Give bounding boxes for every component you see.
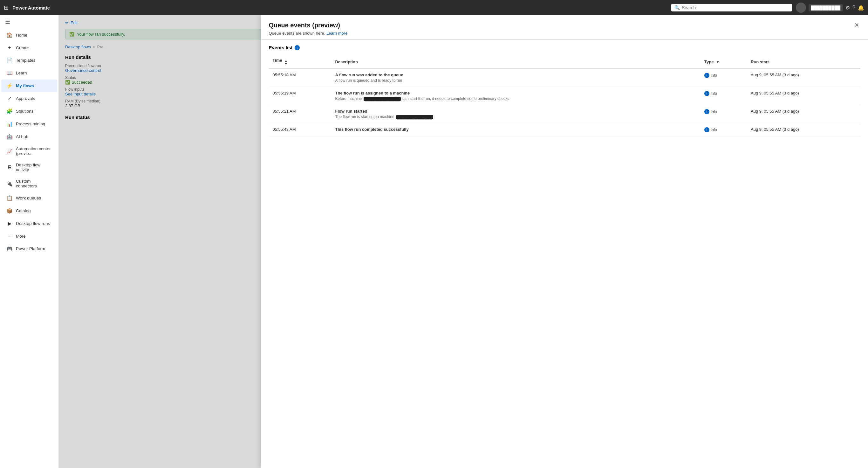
- sidebar-label-work-queues: Work queues: [16, 196, 41, 200]
- sidebar: ☰ 🏠 Home + Create 📄 Templates 📖 Learn ⚡ …: [0, 15, 59, 468]
- sidebar-label-approvals: Approvals: [16, 96, 35, 101]
- sidebar-label-templates: Templates: [16, 58, 36, 63]
- col-time[interactable]: Time ▲▼: [269, 55, 332, 68]
- sidebar-icon-create: +: [6, 45, 13, 51]
- event-type: i Info: [701, 105, 747, 123]
- event-type: i Info: [701, 68, 747, 87]
- sidebar-icon-approvals: ✓: [6, 95, 13, 101]
- event-time: 05:55:18 AM: [269, 68, 332, 87]
- event-run-start: Aug 9, 05:55 AM (3 d ago): [747, 105, 860, 123]
- question-icon[interactable]: ?: [852, 5, 855, 10]
- sidebar-item-desktop-flow-activity[interactable]: 🖥 Desktop flow activity: [1, 159, 57, 175]
- sidebar-label-desktop-flow-runs: Desktop flow runs: [16, 221, 50, 226]
- panel-header: Queue events (preview) Queue events are …: [261, 15, 868, 40]
- notification-icon[interactable]: 🔔: [858, 5, 864, 11]
- sidebar-item-create[interactable]: + Create: [1, 42, 57, 54]
- time-sort-icon[interactable]: ▲▼: [284, 59, 287, 65]
- sidebar-icon-process-mining: 📊: [6, 121, 13, 127]
- sidebar-label-solutions: Solutions: [16, 109, 34, 114]
- event-time: 05:55:19 AM: [269, 87, 332, 105]
- search-icon: 🔍: [675, 5, 680, 10]
- table-row: 05:55:43 AMThis flow run completed succe…: [269, 123, 861, 137]
- event-description: The flow run is assigned to a machineBef…: [331, 87, 701, 105]
- sidebar-item-work-queues[interactable]: 📋 Work queues: [1, 192, 57, 204]
- sidebar-label-my-flows: My flows: [16, 83, 34, 88]
- learn-more-link[interactable]: Learn more: [327, 31, 347, 36]
- sidebar-icon-templates: 📄: [6, 57, 13, 63]
- sidebar-label-home: Home: [16, 33, 27, 37]
- sidebar-icon-desktop-flow-runs: ▶: [6, 221, 13, 227]
- event-run-start: Aug 9, 05:55 AM (3 d ago): [747, 87, 860, 105]
- user-name: ██████████: [809, 4, 843, 11]
- search-bar[interactable]: 🔍: [671, 4, 792, 11]
- sidebar-icon-home: 🏠: [6, 32, 13, 38]
- topbar-right: ██████████ ⚙ ? 🔔: [796, 3, 864, 13]
- sidebar-icon-power-platform: 🎮: [6, 245, 13, 252]
- queue-events-panel: Queue events (preview) Queue events are …: [261, 15, 868, 468]
- events-info-icon: i: [294, 45, 300, 50]
- sidebar-item-solutions[interactable]: 🧩 Solutions: [1, 105, 57, 117]
- event-run-start: Aug 9, 05:55 AM (3 d ago): [747, 68, 860, 87]
- sidebar-item-automation-center[interactable]: 📈 Automation center (previe...: [1, 143, 57, 159]
- sidebar-item-catalog[interactable]: 📦 Catalog: [1, 205, 57, 217]
- sidebar-label-catalog: Catalog: [16, 208, 31, 213]
- sidebar-icon-automation-center: 📈: [6, 148, 13, 154]
- sidebar-label-learn: Learn: [16, 70, 27, 76]
- event-run-start: Aug 9, 05:55 AM (3 d ago): [747, 123, 860, 137]
- sidebar-icon-my-flows: ⚡: [6, 83, 13, 89]
- main-layout: ☰ 🏠 Home + Create 📄 Templates 📖 Learn ⚡ …: [0, 15, 868, 468]
- type-filter-icon[interactable]: ▼: [716, 60, 720, 64]
- events-table: Time ▲▼ Description Type ▼: [269, 55, 861, 137]
- sidebar-item-approvals[interactable]: ✓ Approvals: [1, 92, 57, 105]
- panel-subtitle: Queue events are shown here. Learn more: [269, 31, 854, 36]
- app-title: Power Automate: [12, 5, 50, 10]
- close-button[interactable]: ✕: [853, 22, 860, 29]
- sidebar-item-ai-hub[interactable]: 🤖 AI hub: [1, 130, 57, 143]
- table-row: 05:55:18 AMA flow run was added to the q…: [269, 68, 861, 87]
- table-row: 05:55:21 AMFlow run startedThe flow run …: [269, 105, 861, 123]
- settings-icon[interactable]: ⚙: [845, 5, 850, 11]
- sidebar-label-ai-hub: AI hub: [16, 134, 28, 139]
- panel-title: Queue events (preview): [269, 22, 854, 29]
- event-description: Flow run startedThe flow run is starting…: [331, 105, 701, 123]
- panel-header-content: Queue events (preview) Queue events are …: [269, 22, 854, 36]
- event-type: i Info: [701, 123, 747, 137]
- sidebar-icon-solutions: 🧩: [6, 108, 13, 114]
- sidebar-label-desktop-flow-activity: Desktop flow activity: [16, 163, 52, 172]
- sidebar-item-desktop-flow-runs[interactable]: ▶ Desktop flow runs: [1, 217, 57, 230]
- event-description: A flow run was added to the queueA flow …: [331, 68, 701, 87]
- col-run-start: Run start: [747, 55, 860, 68]
- apps-grid-icon[interactable]: ⊞: [4, 4, 8, 11]
- sidebar-item-templates[interactable]: 📄 Templates: [1, 54, 57, 66]
- sidebar-label-process-mining: Process mining: [16, 121, 45, 126]
- event-description: This flow run completed successfully: [331, 123, 701, 137]
- sidebar-item-learn[interactable]: 📖 Learn: [1, 67, 57, 79]
- panel-overlay[interactable]: Queue events (preview) Queue events are …: [59, 15, 868, 468]
- event-type: i Info: [701, 87, 747, 105]
- search-input[interactable]: [682, 5, 789, 10]
- event-time: 05:55:21 AM: [269, 105, 332, 123]
- sidebar-icon-custom-connectors: 🔌: [6, 181, 13, 187]
- events-list-title: Events list i: [269, 45, 861, 50]
- topbar: ⊞ Power Automate 🔍 ██████████ ⚙ ? 🔔: [0, 0, 868, 15]
- sidebar-icon-desktop-flow-activity: 🖥: [6, 165, 13, 170]
- avatar[interactable]: [796, 3, 806, 13]
- sidebar-item-custom-connectors[interactable]: 🔌 Custom connectors: [1, 176, 57, 192]
- col-type[interactable]: Type ▼: [701, 55, 747, 68]
- sidebar-item-more[interactable]: ··· More: [1, 230, 57, 242]
- sidebar-item-my-flows[interactable]: ⚡ My flows: [1, 80, 57, 92]
- sidebar-item-home[interactable]: 🏠 Home: [1, 29, 57, 41]
- sidebar-icon-catalog: 📦: [6, 208, 13, 214]
- sidebar-icon-work-queues: 📋: [6, 195, 13, 201]
- sidebar-hamburger[interactable]: ☰: [0, 15, 59, 29]
- sidebar-label-automation-center: Automation center (previe...: [16, 146, 52, 156]
- events-section: Events list i Time ▲▼: [261, 40, 868, 468]
- event-time: 05:55:43 AM: [269, 123, 332, 137]
- col-description: Description: [331, 55, 701, 68]
- sidebar-label-custom-connectors: Custom connectors: [16, 179, 52, 188]
- sidebar-item-process-mining[interactable]: 📊 Process mining: [1, 118, 57, 130]
- sidebar-item-power-platform[interactable]: 🎮 Power Platform: [1, 242, 57, 255]
- content-area: ✏ Edit ✅ Your flow ran successfully. Des…: [59, 15, 868, 468]
- table-row: 05:55:19 AMThe flow run is assigned to a…: [269, 87, 861, 105]
- sidebar-label-power-platform: Power Platform: [16, 246, 45, 251]
